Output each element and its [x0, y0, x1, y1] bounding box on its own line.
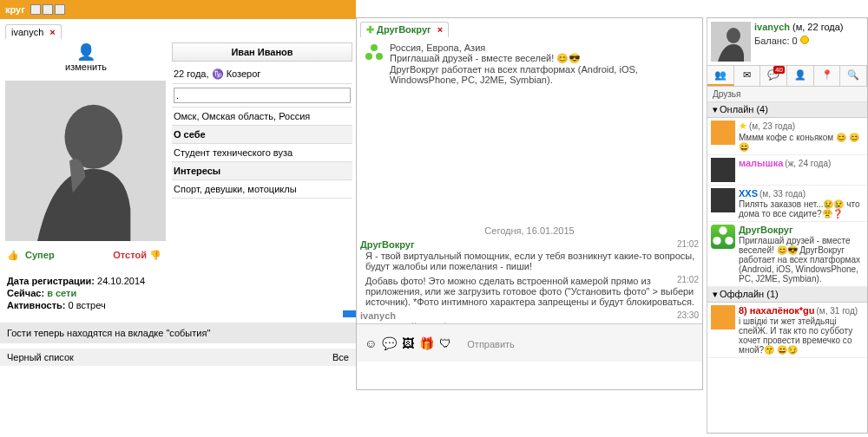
profile-meta: Дата регистрации: 24.10.2014 Сейчас: в с…: [0, 269, 356, 317]
max-button[interactable]: [43, 4, 53, 15]
send-button[interactable]: Отправить: [457, 333, 525, 354]
chevron-down-icon: ▾: [713, 289, 720, 300]
msg-from: ivanych: [360, 310, 396, 321]
status-input[interactable]: [174, 88, 351, 103]
interests-header: Интересы: [172, 162, 352, 180]
about-text: Студент технического вуза: [172, 144, 352, 162]
friend-status: Мммм кофе с коньяком 😊 😊 😄: [739, 133, 864, 152]
chat-date: Сегодня, 16.01.2015: [360, 225, 699, 236]
events-badge: 40: [773, 66, 785, 74]
list-item[interactable]: XXS (м, 33 года)Пилять заказов нет...😢😢 …: [707, 186, 867, 222]
act-value: 0 встреч: [69, 300, 106, 310]
photo-placeholder: [5, 81, 166, 241]
msg-time: 23:30: [677, 310, 699, 320]
section-online[interactable]: ▾Онлайн (4): [707, 102, 867, 118]
svg-point-2: [371, 44, 378, 51]
friend-status: Пилять заказов нет...😢😢 что дома то все …: [739, 199, 864, 218]
tab-nearby[interactable]: 📍: [814, 66, 841, 86]
edit-label: изменить: [65, 62, 107, 72]
close-icon[interactable]: ×: [49, 27, 55, 37]
list-item[interactable]: ★ (м, 23 года)Мммм кофе с коньяком 😊 😊 😄: [707, 118, 867, 155]
friend-meta: (ж, 24 года): [785, 159, 831, 168]
tab-guests[interactable]: 👤: [787, 66, 814, 86]
thumbs-down[interactable]: Отстой 👎: [113, 250, 165, 265]
reg-label: Дата регистрации:: [7, 276, 95, 286]
profile-panel: круг ivanych × 👤 изменить: [0, 0, 356, 437]
now-value: в сети: [47, 288, 76, 298]
svg-point-9: [725, 237, 733, 245]
voice-button[interactable]: 💬: [382, 336, 397, 350]
friends-header: Друзья: [707, 87, 867, 102]
window-titlebar: круг: [0, 0, 356, 19]
chat-tab[interactable]: ✚ ДругВокруг ×: [360, 22, 449, 37]
profile-photo[interactable]: [5, 81, 166, 241]
emoji-button[interactable]: ☺: [365, 336, 377, 350]
msg-from: ДругВокруг: [360, 239, 415, 250]
chevron-down-icon: ▾: [713, 104, 720, 115]
app-title: круг: [5, 0, 25, 19]
edit-photo[interactable]: 👤 изменить: [0, 39, 172, 75]
list-item[interactable]: 8) нахалёнок*gu (м, 31 год) і швідкі ти …: [707, 303, 867, 358]
thumbs-up[interactable]: 👍 Супер: [7, 250, 55, 265]
avatar: [711, 188, 735, 212]
thumbs-up-icon: 👍: [7, 250, 23, 265]
close-button[interactable]: [55, 4, 65, 15]
friend-meta: (м, 31 год): [817, 306, 858, 316]
section-offline[interactable]: ▾Оффлайн (1): [707, 287, 867, 303]
friend-status: і швідкі ти жет зтейдьяці спейЖ. И так к…: [739, 316, 864, 355]
gift-button[interactable]: 🎁: [419, 336, 434, 350]
person-icon: 👤: [76, 43, 95, 61]
sys-line2: Приглашай друзей - вместе веселей! 😊😎: [390, 53, 695, 64]
chat-message: ДругВокруг21:02Я - твой виртуальный помо…: [360, 239, 699, 271]
age-sign: 22 года, ♑ Козерог: [172, 65, 352, 84]
chat-message: ivanych23:30Здравствуйте! Я бы хотел уда…: [360, 310, 699, 323]
balance-label: Баланс:: [754, 36, 790, 46]
sidebar-panel: ivanych (м, 22 года) Баланс: 0 👥 ✉ 💬40 👤…: [707, 17, 868, 434]
friend-nick: ДругВокруг: [739, 225, 793, 235]
chat-tab-label: ДругВокруг: [377, 24, 431, 35]
svg-point-3: [365, 53, 372, 60]
avatar[interactable]: [711, 22, 751, 62]
friend-meta: (м, 23 года): [749, 121, 795, 131]
chat-message: 21:02Добавь фото! Это можно сделать встр…: [360, 275, 699, 307]
photo-button[interactable]: 🖼: [402, 336, 414, 350]
min-button[interactable]: [30, 4, 41, 15]
close-icon[interactable]: ×: [437, 24, 443, 35]
profile-tab[interactable]: ivanych ×: [5, 24, 62, 39]
plus-icon: ✚: [366, 24, 374, 35]
tab-friends[interactable]: 👥: [707, 66, 734, 86]
tab-events[interactable]: 💬40: [760, 66, 787, 86]
tab-messages[interactable]: ✉: [734, 66, 761, 86]
svg-point-7: [719, 226, 727, 234]
sys-line1: Россия, Европа, Азия: [390, 42, 695, 53]
profile-name: Иван Иванов: [172, 42, 352, 62]
msg-time: 21:02: [677, 239, 699, 249]
svg-point-8: [713, 237, 720, 245]
friend-nick: XXS: [739, 188, 758, 199]
friend-meta: (м, 33 года): [760, 189, 806, 199]
profile-tab-label: ivanych: [11, 27, 43, 37]
msg-time: 21:02: [677, 275, 699, 284]
rating-bad: Отстой: [113, 250, 147, 260]
alert-button[interactable]: 🛡: [439, 336, 451, 350]
profile-details: Иван Иванов 22 года, ♑ Козерог Омск, Омс…: [172, 39, 356, 269]
blacklist-row[interactable]: Черный список Все: [0, 349, 356, 366]
blacklist-value: Все: [332, 352, 349, 362]
thumbs-down-icon: 👎: [149, 250, 165, 265]
avatar: [711, 121, 735, 145]
blacklist-label: Черный список: [7, 352, 74, 362]
tab-search[interactable]: 🔍: [840, 66, 867, 86]
about-header: О себе: [172, 126, 352, 144]
list-item[interactable]: малышка (ж, 24 года): [707, 155, 867, 186]
sys-line3: ДругВокруг работает на всех платформах (…: [390, 64, 695, 85]
now-label: Сейчас:: [7, 288, 44, 298]
system-message: Россия, Европа, Азия Приглашай друзей - …: [360, 39, 699, 88]
interests-text: Спорт, девушки, мотоциклы: [172, 180, 352, 199]
my-meta: (м, 22 года): [792, 22, 843, 32]
list-item[interactable]: ДругВокруг Приглашай друзей - вместе вес…: [707, 222, 867, 287]
friend-nick: 8) нахалёнок*gu: [739, 305, 815, 316]
avatar: [711, 225, 735, 249]
star-icon: ★: [739, 121, 747, 132]
my-nick[interactable]: ivanych: [754, 22, 790, 32]
drugvokrug-icon: [364, 42, 385, 63]
